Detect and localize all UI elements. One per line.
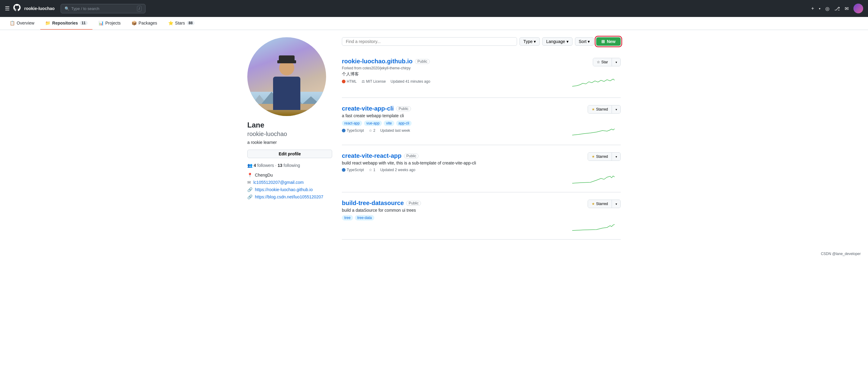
link-1[interactable]: https://rookie-luochao.github.io bbox=[255, 187, 313, 192]
star-dropdown-3[interactable]: ▾ bbox=[612, 153, 620, 161]
repo-desc-1: 个人博客 bbox=[342, 71, 567, 77]
edit-profile-button[interactable]: Edit profile bbox=[247, 150, 332, 158]
type-dropdown-icon: ▾ bbox=[534, 39, 536, 44]
repo-info-2: create-vite-app-cli Public a fast create… bbox=[342, 105, 567, 133]
tag-app-cli[interactable]: app-cli bbox=[396, 121, 411, 126]
star-button-group-4[interactable]: ★ Starred ▾ bbox=[588, 200, 621, 208]
repo-desc-3: build react webapp with vite, this is a … bbox=[342, 161, 567, 165]
repositories-section: Type ▾ Language ▾ Sort ▾ ⊞ New r bbox=[342, 37, 621, 240]
tag-vue-app[interactable]: vue-app bbox=[364, 121, 382, 126]
overview-icon: 📋 bbox=[10, 21, 15, 26]
tab-packages-label: Packages bbox=[138, 21, 157, 26]
star-button-group-3[interactable]: ★ Starred ▾ bbox=[588, 152, 621, 161]
stars-icon-2: ☆ bbox=[369, 129, 372, 133]
tab-projects[interactable]: 📊 Projects bbox=[94, 17, 126, 30]
lang-text-2: TypeScript bbox=[347, 129, 364, 133]
stars-item-3[interactable]: ☆ 1 bbox=[369, 168, 375, 172]
stars-item-2[interactable]: ☆ 2 bbox=[369, 129, 375, 133]
star-dropdown-2[interactable]: ▾ bbox=[612, 105, 620, 113]
link-icon-2: 🔗 bbox=[247, 195, 252, 199]
star-dropdown-4[interactable]: ▾ bbox=[612, 200, 620, 208]
header-username[interactable]: rookie-luochao bbox=[24, 6, 55, 11]
search-kbd: / bbox=[137, 6, 142, 11]
new-repo-button[interactable]: ⊞ New bbox=[596, 37, 621, 46]
star-button-group-1[interactable]: ☆ Star ▾ bbox=[593, 58, 621, 66]
tab-repositories[interactable]: 📁 Repositories 11 bbox=[40, 17, 92, 30]
repo-tags-4: tree tree-data bbox=[342, 215, 567, 220]
repo-side-4: ★ Starred ▾ bbox=[572, 200, 621, 232]
following-count: 13 bbox=[278, 163, 282, 168]
tab-stars[interactable]: ⭐ Stars 88 bbox=[163, 17, 199, 30]
avatar[interactable] bbox=[854, 4, 863, 13]
star-icon-1: ☆ bbox=[597, 60, 600, 64]
tab-overview[interactable]: 📋 Overview bbox=[5, 17, 39, 30]
tab-overview-label: Overview bbox=[17, 21, 34, 26]
location-text: ChengDu bbox=[255, 173, 273, 177]
new-repo-label: New bbox=[607, 39, 616, 44]
star-label-1: Star bbox=[601, 60, 608, 64]
lang-item-1: HTML bbox=[342, 79, 357, 83]
tag-vite[interactable]: vite bbox=[384, 121, 394, 126]
license-text-1: MIT License bbox=[366, 79, 386, 83]
star-icon-2: ★ bbox=[592, 107, 595, 111]
updated-text-3: Updated 2 weeks ago bbox=[380, 168, 415, 172]
language-filter-button[interactable]: Language ▾ bbox=[542, 37, 572, 46]
repo-fork-line-1: Forked from cotes2020/jekyll-theme-chirp… bbox=[342, 66, 567, 70]
type-filter-button[interactable]: Type ▾ bbox=[520, 37, 540, 46]
stars-icon: ⭐ bbox=[168, 21, 173, 26]
star-button-1[interactable]: ☆ Star bbox=[593, 58, 612, 66]
link-2[interactable]: https://blog.csdn.net/luo1055120207 bbox=[255, 195, 323, 199]
profile-nav: 📋 Overview 📁 Repositories 11 📊 Projects … bbox=[0, 17, 868, 30]
profile-meta: 📍 ChengDu ✉ lc1055120207@gmail.com 🔗 htt… bbox=[247, 173, 332, 199]
plus-dropdown-icon[interactable]: ▾ bbox=[819, 7, 820, 10]
table-row: create-vite-react-app Public build react… bbox=[342, 145, 621, 192]
plus-icon[interactable]: + bbox=[811, 6, 814, 11]
star-button-group-2[interactable]: ★ Starred ▾ bbox=[588, 105, 621, 113]
repo-toolbar: Type ▾ Language ▾ Sort ▾ ⊞ New bbox=[342, 37, 621, 46]
pr-icon[interactable]: ⎇ bbox=[834, 6, 840, 11]
table-row: create-vite-app-cli Public a fast create… bbox=[342, 98, 621, 145]
footer-text: CSDN @lane_developer bbox=[821, 252, 861, 256]
tab-packages[interactable]: 📦 Packages bbox=[127, 17, 162, 30]
tag-react-app[interactable]: react-app bbox=[342, 121, 362, 126]
repo-info-4: build-tree-datasource Public build a dat… bbox=[342, 200, 567, 223]
star-button-3[interactable]: ★ Starred bbox=[588, 153, 612, 161]
repo-name-2[interactable]: create-vite-app-cli bbox=[342, 105, 394, 112]
star-button-4[interactable]: ★ Starred bbox=[588, 200, 612, 208]
github-logo-icon[interactable] bbox=[13, 4, 21, 13]
language-label: Language bbox=[546, 39, 565, 44]
global-search[interactable]: 🔍 Type / to search / bbox=[61, 4, 146, 13]
lang-item-3: TypeScript bbox=[342, 168, 364, 172]
repo-name-4[interactable]: build-tree-datasource bbox=[342, 200, 404, 207]
table-row: build-tree-datasource Public build a dat… bbox=[342, 192, 621, 240]
star-button-2[interactable]: ★ Starred bbox=[588, 105, 612, 113]
issue-icon[interactable]: ◎ bbox=[825, 6, 830, 11]
profile-display-name: Lane bbox=[247, 121, 332, 129]
email-link[interactable]: lc1055120207@gmail.com bbox=[253, 180, 304, 185]
repo-info-3: create-vite-react-app Public build react… bbox=[342, 152, 567, 172]
repo-list: rookie-luochao.github.io Public Forked f… bbox=[342, 50, 621, 240]
star-dropdown-1[interactable]: ▾ bbox=[612, 58, 620, 66]
fork-source-1[interactable]: cotes2020/jekyll-theme-chirpy bbox=[363, 66, 411, 70]
lang-text-3: TypeScript bbox=[347, 168, 364, 172]
repositories-count: 11 bbox=[80, 21, 87, 25]
tag-tree[interactable]: tree bbox=[342, 215, 353, 220]
main-content: 🎮 Lane rookie-luochao a rookie learner E… bbox=[240, 37, 628, 240]
star-label-4: Starred bbox=[596, 202, 608, 206]
lang-item-2: TypeScript bbox=[342, 129, 364, 133]
table-row: rookie-luochao.github.io Public Forked f… bbox=[342, 50, 621, 98]
license-icon-1: ⚖ bbox=[362, 79, 365, 83]
site-header: ☰ rookie-luochao 🔍 Type / to search / + … bbox=[0, 0, 868, 17]
location-icon: 📍 bbox=[247, 173, 252, 177]
repo-search-input[interactable] bbox=[342, 37, 517, 46]
sparkline-4 bbox=[572, 212, 621, 232]
tag-tree-data[interactable]: tree-data bbox=[355, 215, 374, 220]
repo-name-1[interactable]: rookie-luochao.github.io bbox=[342, 58, 412, 65]
lang-dot-3 bbox=[342, 168, 345, 172]
projects-icon: 📊 bbox=[98, 21, 104, 26]
link-2-item: 🔗 https://blog.csdn.net/luo1055120207 bbox=[247, 195, 332, 199]
repo-name-3[interactable]: create-vite-react-app bbox=[342, 152, 402, 159]
hamburger-menu-icon[interactable]: ☰ bbox=[5, 5, 10, 12]
inbox-icon[interactable]: ✉ bbox=[845, 6, 848, 11]
sort-button[interactable]: Sort ▾ bbox=[575, 37, 594, 46]
